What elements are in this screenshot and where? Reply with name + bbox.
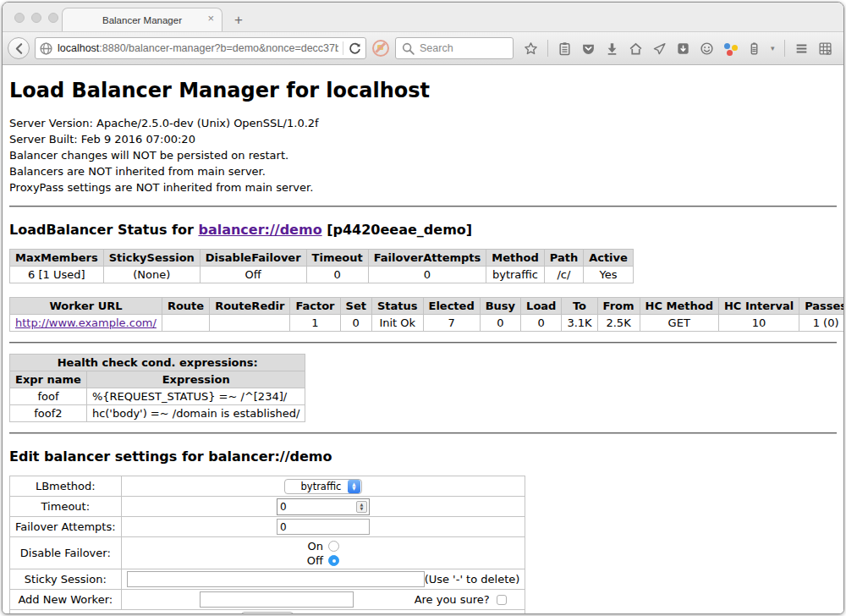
tab-bar: Balancer Manager × + [3, 3, 843, 31]
table-row: 6 [1 Used] (None) Off 0 0 bytraffic /c/ … [10, 267, 634, 283]
server-info: Server Version: Apache/2.5.0-dev (Unix) … [9, 115, 837, 195]
blocked-content-icon[interactable] [371, 39, 390, 58]
inherit-note: Balancers are NOT inherited from main se… [9, 163, 837, 179]
status-heading: LoadBalancer Status for balancer://demo … [9, 222, 837, 238]
zoom-window-button[interactable] [48, 13, 58, 23]
new-tab-button[interactable]: + [234, 13, 243, 27]
url-domain: localhost [58, 42, 99, 54]
window-controls[interactable] [14, 13, 58, 23]
proxypass-note: ProxyPass settings are NOT inherited fro… [9, 179, 837, 195]
globe-icon [39, 41, 53, 56]
timeout-row: Timeout: ▲▼ [10, 497, 525, 517]
lbmethod-row: LBmethod: bytraffic ▲▼ [10, 476, 525, 497]
table-header-row: Worker URL Route RouteRedir Factor Set S… [10, 298, 844, 315]
disable-failover-label: Disable Failover: [10, 537, 122, 569]
radio-on-label: On [308, 540, 323, 553]
failover-attempts-input[interactable] [277, 519, 370, 535]
add-worker-row: Add New Worker: Are you sure? [10, 590, 525, 610]
downloads-icon[interactable] [605, 41, 619, 56]
table-row: http://www.example.com/ 1 0 Init Ok 7 0 … [10, 315, 844, 332]
divider [9, 342, 837, 344]
sticky-session-label: Sticky Session: [10, 569, 122, 590]
tab-title: Balancer Manager [102, 15, 182, 25]
close-window-button[interactable] [14, 13, 25, 23]
minimize-window-button[interactable] [31, 13, 41, 23]
lbmethod-label: LBmethod: [10, 476, 122, 497]
toolbar-separator [547, 40, 548, 57]
search-bar[interactable] [395, 37, 514, 59]
url-divider [343, 41, 343, 55]
search-input[interactable] [420, 42, 504, 54]
edit-settings-form: LBmethod: bytraffic ▲▼ Timeout: [9, 476, 525, 613]
reload-icon[interactable] [348, 41, 362, 56]
confirm-checkbox[interactable] [497, 595, 507, 605]
edit-settings-heading: Edit balancer settings for balancer://de… [9, 448, 837, 465]
back-arrow-icon [12, 41, 26, 56]
sticky-session-input[interactable] [127, 571, 425, 587]
add-worker-input[interactable] [200, 591, 354, 608]
worker-table: Worker URL Route RouteRedir Factor Set S… [9, 297, 843, 332]
timeout-input[interactable] [277, 501, 356, 513]
disable-failover-on-radio[interactable] [328, 541, 339, 552]
table-row: foof %{REQUEST_STATUS} =~ /^[234]/ [10, 388, 305, 405]
bookmark-star-icon[interactable] [524, 41, 538, 56]
page-title: Load Balancer Manager for localhost [9, 79, 837, 102]
url-bar[interactable]: localhost:8880/balancer-manager?b=demo&n… [35, 37, 366, 59]
back-button[interactable] [8, 37, 30, 59]
disable-failover-off-radio[interactable] [328, 555, 339, 566]
home-icon[interactable] [629, 41, 643, 56]
page-content: Load Balancer Manager for localhost Serv… [3, 65, 843, 613]
send-plane-icon[interactable] [652, 41, 667, 56]
table-title-row: Health check cond. expressions: [10, 355, 305, 371]
number-spinner-icon[interactable]: ▲▼ [356, 501, 367, 513]
toolbar-buttons: ▾ [524, 40, 832, 57]
persist-note: Balancer changes will NOT be persisted o… [9, 147, 837, 163]
table-header-row: MaxMembers StickySession DisableFailover… [10, 250, 634, 267]
balancer-link[interactable]: balancer://demo [198, 222, 321, 238]
submit-row: Submit [10, 610, 525, 614]
disable-failover-row: Disable Failover: On Off [10, 537, 525, 569]
worker-url-link[interactable]: http://www.example.com/ [15, 316, 157, 329]
failover-attempts-label: Failover Attempts: [10, 517, 122, 537]
url-path: :8880/balancer-manager?b=demo&nonce=decc… [99, 42, 338, 54]
failover-attempts-row: Failover Attempts: [10, 517, 525, 537]
divider [9, 206, 837, 207]
divider [9, 432, 837, 434]
reading-list-icon[interactable] [558, 41, 572, 56]
save-to-device-icon[interactable] [676, 41, 690, 56]
grid-extension-icon[interactable] [818, 41, 832, 56]
server-built: Server Built: Feb 9 2016 07:00:20 [9, 131, 837, 147]
balancer-status-table: MaxMembers StickySession DisableFailover… [9, 249, 634, 283]
lbmethod-select[interactable]: bytraffic ▲▼ [284, 479, 362, 494]
timeout-input-wrap: ▲▼ [277, 498, 370, 515]
url-text[interactable]: localhost:8880/balancer-manager?b=demo&n… [58, 42, 338, 54]
battery-extension-icon[interactable] [747, 41, 761, 56]
navigation-toolbar: localhost:8880/balancer-manager?b=demo&n… [3, 31, 843, 65]
health-check-table: Health check cond. expressions: Expr nam… [9, 354, 305, 422]
confirm-label: Are you sure? [415, 593, 490, 606]
overflow-caret-icon[interactable]: ▾ [771, 44, 775, 52]
sticky-session-row: Sticky Session: (Use '-' to delete) [10, 569, 525, 590]
server-version: Server Version: Apache/2.5.0-dev (Unix) … [9, 115, 837, 131]
radio-off-label: Off [307, 554, 323, 567]
table-header-row: Expr name Expression [10, 371, 305, 388]
search-icon [401, 41, 415, 56]
tab-close-icon[interactable]: × [207, 13, 214, 24]
select-stepper-icon: ▲▼ [348, 480, 360, 493]
timeout-label: Timeout: [10, 497, 122, 517]
add-worker-label: Add New Worker: [10, 590, 122, 610]
table-row: foof2 hc('body') =~ /domain is establish… [10, 405, 305, 422]
feedback-smiley-icon[interactable] [700, 41, 714, 56]
menu-hamburger-icon[interactable] [794, 41, 809, 56]
browser-window: Balancer Manager × + localhost:8880/bala… [2, 2, 844, 614]
toolbar-separator-2 [784, 40, 785, 57]
extension-dots-icon[interactable] [723, 41, 738, 56]
pocket-icon[interactable] [581, 41, 596, 56]
tab-balancer-manager[interactable]: Balancer Manager × [62, 8, 222, 31]
submit-button[interactable]: Submit [241, 612, 294, 614]
sticky-session-note: (Use '-' to delete) [425, 573, 520, 586]
